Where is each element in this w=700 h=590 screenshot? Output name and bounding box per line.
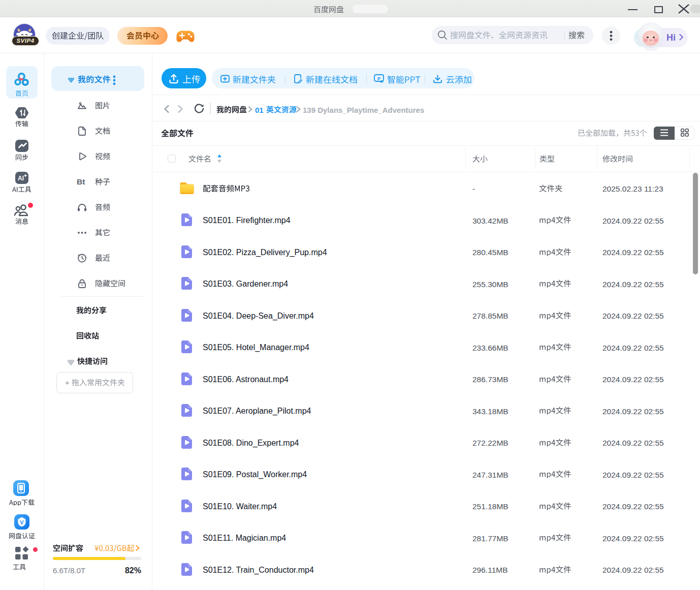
svg-text:V: V [20, 519, 24, 525]
svg-text:A: A [380, 79, 383, 84]
svg-text:AI: AI [18, 175, 24, 182]
